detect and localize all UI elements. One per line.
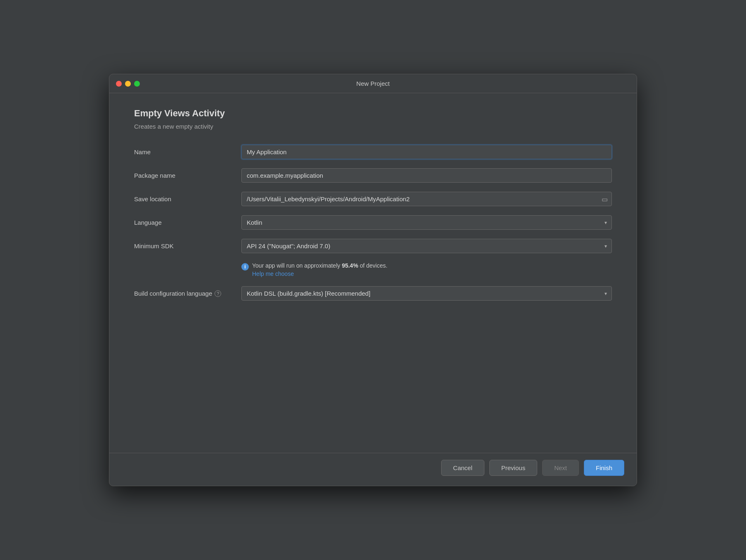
sdk-percentage: 95.4%	[342, 262, 358, 269]
build-config-help-icon[interactable]: ?	[215, 290, 221, 297]
save-location-label: Save location	[134, 195, 241, 202]
titlebar: New Project	[109, 74, 637, 93]
name-label: Name	[134, 148, 241, 155]
language-label: Language	[134, 219, 241, 226]
previous-button[interactable]: Previous	[489, 460, 537, 476]
package-name-label: Package name	[134, 172, 241, 179]
build-config-label: Build configuration language ?	[134, 290, 241, 297]
minimum-sdk-select-area: API 21 ("Lollipop"; Android 5.0) API 22 …	[241, 239, 612, 253]
sdk-info-row: i Your app will run on approximately 95.…	[134, 262, 612, 277]
dialog-footer: Cancel Previous Next Finish	[109, 453, 637, 486]
build-config-select-area: Kotlin DSL (build.gradle.kts) [Recommend…	[241, 286, 612, 301]
window-title: New Project	[356, 80, 390, 87]
maximize-button[interactable]	[134, 81, 140, 87]
next-button[interactable]: Next	[542, 460, 579, 476]
help-me-choose-link[interactable]: Help me choose	[252, 271, 387, 277]
info-text-block: Your app will run on approximately 95.4%…	[252, 262, 387, 277]
minimum-sdk-select[interactable]: API 21 ("Lollipop"; Android 5.0) API 22 …	[241, 239, 612, 253]
sdk-info-text: Your app will run on approximately 95.4%…	[252, 262, 387, 269]
name-input[interactable]	[241, 145, 612, 159]
package-name-input[interactable]	[241, 168, 612, 183]
name-row: Name	[134, 145, 612, 159]
minimum-sdk-row: Minimum SDK API 21 ("Lollipop"; Android …	[134, 239, 612, 253]
save-location-input-area: ▭	[241, 192, 612, 206]
new-project-dialog: New Project Empty Views Activity Creates…	[109, 74, 637, 486]
form: Name Package name Save location ▭	[134, 145, 612, 310]
close-button[interactable]	[116, 81, 122, 87]
minimize-button[interactable]	[125, 81, 131, 87]
package-name-input-area	[241, 168, 612, 183]
finish-button[interactable]: Finish	[584, 460, 624, 476]
name-input-area	[241, 145, 612, 159]
info-icon: i	[241, 263, 249, 271]
language-select[interactable]: Kotlin Java	[241, 215, 612, 230]
cancel-button[interactable]: Cancel	[441, 460, 484, 476]
save-location-row: Save location ▭	[134, 192, 612, 206]
folder-icon[interactable]: ▭	[602, 195, 608, 203]
dialog-content: Empty Views Activity Creates a new empty…	[109, 93, 637, 453]
traffic-lights	[116, 81, 140, 87]
activity-title: Empty Views Activity	[134, 108, 612, 119]
minimum-sdk-label: Minimum SDK	[134, 242, 241, 249]
language-select-area: Kotlin Java ▾	[241, 215, 612, 230]
activity-subtitle: Creates a new empty activity	[134, 123, 612, 130]
save-location-input[interactable]	[241, 192, 612, 206]
build-config-select[interactable]: Kotlin DSL (build.gradle.kts) [Recommend…	[241, 286, 612, 301]
language-row: Language Kotlin Java ▾	[134, 215, 612, 230]
package-name-row: Package name	[134, 168, 612, 183]
build-config-row: Build configuration language ? Kotlin DS…	[134, 286, 612, 301]
